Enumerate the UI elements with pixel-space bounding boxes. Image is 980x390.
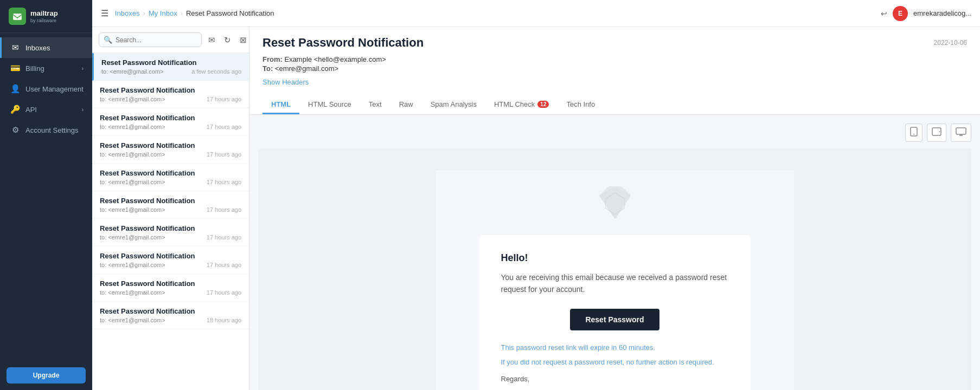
- from-label: From:: [262, 55, 283, 63]
- search-icon: 🔍: [104, 36, 112, 44]
- tab-html-check[interactable]: HTML Check 12: [485, 96, 558, 114]
- email-to: to: <emre1@gmail.com>: [100, 179, 165, 185]
- email-time: 17 hours ago: [207, 234, 241, 240]
- list-item[interactable]: Reset Password Notification to: <emre1@g…: [92, 191, 249, 219]
- breadcrumb: Inboxes › My Inbox › Reset Password Noti…: [115, 9, 274, 17]
- list-item[interactable]: Reset Password Notification to: <emre1@g…: [92, 219, 249, 246]
- filter-button[interactable]: ⊠: [238, 33, 249, 47]
- email-to: to: <emre1@gmail.com>: [100, 234, 165, 240]
- email-time: 17 hours ago: [207, 289, 241, 296]
- email-to: to: <emre1@gmail.com>: [100, 96, 165, 102]
- sidebar-item-inboxes[interactable]: ✉ Inboxes: [0, 37, 92, 58]
- mobile-view-button[interactable]: [905, 123, 923, 142]
- content-split: 🔍 ✉ ↻ ⊠ ⚙ Reset Password Notification to…: [92, 27, 980, 390]
- email-meta: to: <emre1@gmail.com> 17 hours ago: [100, 151, 241, 158]
- email-meta: to: <emre1@gmail.com> 17 hours ago: [100, 234, 241, 240]
- email-detail-header: Reset Password Notification 2022-10-06 F…: [249, 27, 980, 115]
- email-time: 18 hours ago: [207, 317, 241, 323]
- email-time: 17 hours ago: [207, 151, 241, 158]
- logo-name: mailtrap: [30, 9, 58, 18]
- email-tabs: HTML HTML Source Text Raw Spam Analysis …: [262, 96, 967, 114]
- list-item[interactable]: Reset Password Notification to: <emre@gm…: [92, 53, 249, 81]
- billing-icon: 💳: [10, 63, 20, 73]
- upgrade-button[interactable]: Upgrade: [7, 367, 86, 384]
- key-icon: 🔑: [10, 105, 20, 114]
- email-time: 17 hours ago: [207, 262, 241, 268]
- breadcrumb-inboxes[interactable]: Inboxes: [115, 9, 140, 17]
- refresh-button[interactable]: ↻: [222, 33, 233, 47]
- view-controls: [258, 123, 971, 142]
- email-preview-inner: Hello! You are receiving this email beca…: [436, 170, 794, 390]
- email-subject: Reset Password Notification: [100, 252, 241, 260]
- email-from-line: From: Example <hello@example.com>: [262, 55, 967, 63]
- email-time: 17 hours ago: [207, 179, 241, 185]
- email-subject: Reset Password Notification: [100, 197, 241, 205]
- email-meta: to: <emre1@gmail.com> 17 hours ago: [100, 262, 241, 268]
- list-item[interactable]: Reset Password Notification to: <emre1@g…: [92, 274, 249, 302]
- gear-icon: ⚙: [10, 125, 20, 135]
- sidebar-item-api[interactable]: 🔑 API ›: [0, 99, 92, 120]
- from-value: Example <hello@example.com>: [284, 55, 386, 63]
- chevron-right-icon: ›: [82, 66, 84, 72]
- email-detail-panel: Reset Password Notification 2022-10-06 F…: [249, 27, 980, 390]
- breadcrumb-my-inbox[interactable]: My Inbox: [149, 9, 177, 17]
- new-email-button[interactable]: ✉: [206, 33, 217, 47]
- email-card: Hello! You are receiving this email beca…: [479, 235, 751, 390]
- reply-icon[interactable]: ↩: [881, 9, 887, 18]
- sidebar-item-label: User Management: [25, 85, 84, 93]
- email-to: to: <emre1@gmail.com>: [100, 123, 165, 130]
- chevron-right-icon: ›: [82, 107, 84, 113]
- email-time: 17 hours ago: [207, 123, 241, 130]
- sidebar-item-user-management[interactable]: 👤 User Management: [0, 79, 92, 99]
- tab-raw[interactable]: Raw: [390, 96, 422, 114]
- email-to: to: <emre1@gmail.com>: [100, 206, 165, 213]
- logo-icon: [9, 8, 26, 25]
- show-headers-link[interactable]: Show Headers: [262, 78, 309, 86]
- html-check-badge: 12: [537, 101, 549, 108]
- email-time: 17 hours ago: [207, 206, 241, 213]
- tab-spam-analysis[interactable]: Spam Analysis: [422, 96, 485, 114]
- search-input[interactable]: [116, 36, 197, 44]
- user-icon: 👤: [10, 84, 20, 94]
- email-meta: to: <emre1@gmail.com> 17 hours ago: [100, 123, 241, 130]
- list-item[interactable]: Reset Password Notification to: <emre1@g…: [92, 164, 249, 191]
- list-item[interactable]: Reset Password Notification to: <emre1@g…: [92, 302, 249, 329]
- email-meta: to: <emre1@gmail.com> 17 hours ago: [100, 289, 241, 296]
- email-subject: Reset Password Notification: [100, 86, 241, 94]
- sidebar-item-account-settings[interactable]: ⚙ Account Settings: [0, 120, 92, 140]
- sidebar-item-label: Billing: [25, 64, 44, 73]
- list-item[interactable]: Reset Password Notification to: <emre1@g…: [92, 136, 249, 164]
- email-body: You are receiving this email because we …: [501, 271, 729, 296]
- monitor-icon: [956, 127, 966, 136]
- user-name: emrekaradelicog...: [913, 9, 971, 17]
- email-subject: Reset Password Notification: [100, 307, 241, 315]
- email-subject: Reset Password Notification: [100, 141, 241, 150]
- email-detail-date: 2022-10-06: [934, 39, 967, 47]
- reset-password-button[interactable]: Reset Password: [570, 309, 659, 330]
- email-subject: Reset Password Notification: [100, 280, 241, 288]
- tablet-view-button[interactable]: [927, 123, 946, 142]
- email-to: to: <emre@gmail.com>: [101, 68, 164, 75]
- tab-html[interactable]: HTML: [262, 96, 299, 114]
- email-expire-text: This password reset link will expire in …: [501, 343, 729, 352]
- laravel-logo-area: [582, 170, 648, 235]
- phone-icon: [910, 127, 918, 136]
- list-item[interactable]: Reset Password Notification to: <emre1@g…: [92, 108, 249, 136]
- list-item[interactable]: Reset Password Notification to: <emre1@g…: [92, 246, 249, 274]
- hamburger-button[interactable]: ☰: [101, 8, 108, 18]
- desktop-view-button[interactable]: [951, 123, 971, 142]
- tab-text[interactable]: Text: [360, 96, 390, 114]
- email-to-line: To: <emre@gmail.com>: [262, 64, 967, 73]
- email-meta: to: <emre@gmail.com> a few seconds ago: [101, 68, 241, 75]
- sidebar-item-billing[interactable]: 💳 Billing ›: [0, 58, 92, 79]
- to-value: <emre@gmail.com>: [275, 64, 338, 73]
- breadcrumb-current: Reset Password Notification: [186, 9, 274, 17]
- email-list-toolbar: 🔍 ✉ ↻ ⊠ ⚙: [92, 27, 249, 53]
- tab-tech-info[interactable]: Tech Info: [558, 96, 604, 114]
- tab-html-source[interactable]: HTML Source: [299, 96, 360, 114]
- email-meta: to: <emre1@gmail.com> 17 hours ago: [100, 96, 241, 102]
- sidebar-item-label: API: [25, 106, 37, 114]
- list-item[interactable]: Reset Password Notification to: <emre1@g…: [92, 81, 249, 108]
- sidebar-item-label: Account Settings: [25, 126, 79, 134]
- svg-rect-0: [13, 14, 22, 20]
